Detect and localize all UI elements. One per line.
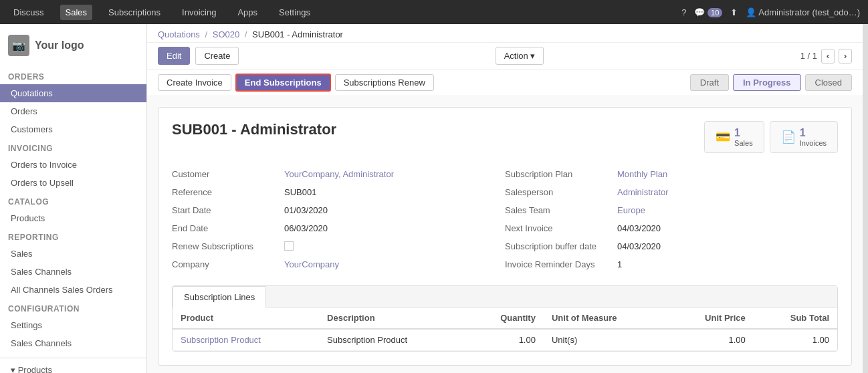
invoices-label: Invoices xyxy=(800,139,827,147)
sidebar-section-invoicing: Invoicing xyxy=(0,138,146,156)
field-customer-value[interactable]: YourCompany, Administrator xyxy=(284,169,394,179)
record-title: SUB001 - Administrator xyxy=(172,121,704,138)
sidebar-item-sales-reporting[interactable]: Sales xyxy=(0,245,146,263)
sidebar-item-orders-to-invoice[interactable]: Orders to Invoice xyxy=(0,156,146,174)
content-area: Quotations / SO020 / SUB001 - Administra… xyxy=(147,24,863,373)
sub-action-bar: Create Invoice End Subscriptions Subscri… xyxy=(147,70,863,96)
field-company-value[interactable]: YourCompany xyxy=(284,259,339,269)
col-uom: Unit of Measure xyxy=(544,307,667,329)
main-content: SUB001 - Administrator 💳 1 Sales 📄 xyxy=(147,96,863,373)
field-end-date-label: End Date xyxy=(172,223,279,233)
status-buttons: Draft In Progress Closed xyxy=(690,74,852,91)
table-header-row: Product Description Quantity Unit of Mea… xyxy=(173,307,837,329)
tab-subscription-lines[interactable]: Subscription Lines xyxy=(173,286,266,307)
tabs-container: Subscription Lines Product Description Q… xyxy=(172,285,838,352)
help-icon[interactable]: ? xyxy=(681,7,686,17)
field-sales-team-value[interactable]: Europe xyxy=(617,205,645,215)
status-draft[interactable]: Draft xyxy=(690,74,729,91)
user-label: Administrator (test_odo…) xyxy=(758,7,860,17)
top-nav-right: ? 💬 10 ⬆ 👤 Administrator (test_odo…) xyxy=(681,7,860,17)
top-navigation: Discuss Sales Subscriptions Invoicing Ap… xyxy=(0,0,868,24)
sidebar-item-sales-channels[interactable]: Sales Channels xyxy=(0,263,146,281)
smart-btn-invoices[interactable]: 📄 1 Invoices xyxy=(770,121,838,153)
messages-icon[interactable]: 💬 10 xyxy=(694,7,722,17)
field-reference-value: SUB001 xyxy=(284,187,316,197)
nav-sales[interactable]: Sales xyxy=(60,5,93,20)
nav-invoicing[interactable]: Invoicing xyxy=(177,5,221,20)
nav-subscriptions[interactable]: Subscriptions xyxy=(103,5,166,20)
field-subscription-plan: Subscription Plan Monthly Plan xyxy=(505,166,838,182)
subscription-lines-table: Product Description Quantity Unit of Mea… xyxy=(173,307,837,351)
renew-checkbox[interactable] xyxy=(284,241,294,251)
table-row: Subscription Product Subscription Produc… xyxy=(173,329,837,351)
sidebar-item-orders[interactable]: Orders xyxy=(0,102,146,120)
field-start-date: Start Date 01/03/2020 xyxy=(172,203,505,218)
sidebar-item-quotations[interactable]: Quotations xyxy=(0,84,146,102)
form-fields: Customer YourCompany, Administrator Refe… xyxy=(172,166,838,272)
smart-btn-sales[interactable]: 💳 1 Sales xyxy=(704,121,764,153)
subscriptions-renew-button[interactable]: Subscriptions Renew xyxy=(335,74,434,91)
form-col-right: Subscription Plan Monthly Plan Salespers… xyxy=(505,166,838,272)
field-buffer-date-label: Subscription buffer date xyxy=(505,241,612,251)
create-invoice-button[interactable]: Create Invoice xyxy=(158,74,231,91)
pagination: 1 / 1 ‹ › xyxy=(800,49,852,64)
scrollbar[interactable] xyxy=(863,24,868,373)
pagination-next[interactable]: › xyxy=(839,49,852,64)
sidebar-item-products-bottom[interactable]: ▾ Products xyxy=(0,361,146,373)
row-sub-total: 1.00 xyxy=(754,329,837,351)
breadcrumb-sep1: / xyxy=(205,29,208,39)
sidebar-item-customers[interactable]: Customers xyxy=(0,120,146,138)
nav-apps[interactable]: Apps xyxy=(232,5,263,20)
field-start-date-label: Start Date xyxy=(172,205,279,215)
status-in-progress[interactable]: In Progress xyxy=(733,74,801,91)
field-buffer-date-value: 04/03/2020 xyxy=(617,241,661,251)
nav-settings[interactable]: Settings xyxy=(274,5,316,20)
status-closed[interactable]: Closed xyxy=(805,74,852,91)
field-invoice-reminder-value: 1 xyxy=(617,259,622,269)
sidebar-item-sales-channels-config[interactable]: Sales Channels xyxy=(0,334,146,352)
col-description: Description xyxy=(319,307,465,329)
field-sales-team: Sales Team Europe xyxy=(505,203,838,218)
field-next-invoice: Next Invoice 04/03/2020 xyxy=(505,221,838,236)
action-button[interactable]: Action xyxy=(496,47,544,65)
row-quantity: 1.00 xyxy=(465,329,544,351)
invoices-icon: 📄 xyxy=(781,130,796,144)
field-next-invoice-value: 04/03/2020 xyxy=(617,223,661,233)
tab-header: Subscription Lines xyxy=(173,286,837,307)
sidebar: 📷 Your logo Orders Quotations Orders Cus… xyxy=(0,24,147,373)
field-reference: Reference SUB001 xyxy=(172,184,505,200)
sidebar-section-reporting: Reporting xyxy=(0,227,146,245)
main-toolbar: Edit Create Action 1 / 1 ‹ › xyxy=(147,43,863,70)
form-col-left: Customer YourCompany, Administrator Refe… xyxy=(172,166,505,272)
field-customer: Customer YourCompany, Administrator xyxy=(172,166,505,182)
logo-icon: 📷 xyxy=(8,35,29,56)
col-quantity: Quantity xyxy=(465,307,544,329)
col-unit-price: Unit Price xyxy=(667,307,754,329)
logo-area[interactable]: 📷 Your logo xyxy=(0,29,146,67)
invoices-count: 1 xyxy=(800,127,827,139)
breadcrumb-so020[interactable]: SO020 xyxy=(213,29,239,39)
record-card: SUB001 - Administrator 💳 1 Sales 📄 xyxy=(158,107,852,366)
sidebar-item-products-catalog[interactable]: Products xyxy=(0,209,146,227)
updates-icon[interactable]: ⬆ xyxy=(730,7,738,17)
end-subscriptions-button[interactable]: End Subscriptions xyxy=(235,74,331,92)
field-company-label: Company xyxy=(172,259,279,269)
field-sub-plan-value[interactable]: Monthly Plan xyxy=(617,169,667,179)
sidebar-item-orders-to-upsell[interactable]: Orders to Upsell xyxy=(0,174,146,192)
sidebar-item-all-channels[interactable]: All Channels Sales Orders xyxy=(0,281,146,299)
edit-button[interactable]: Edit xyxy=(158,47,190,65)
nav-discuss[interactable]: Discuss xyxy=(8,5,49,20)
field-customer-label: Customer xyxy=(172,169,279,179)
sidebar-section-catalog: Catalog xyxy=(0,192,146,209)
user-menu[interactable]: 👤 Administrator (test_odo…) xyxy=(746,7,860,17)
create-button[interactable]: Create xyxy=(195,47,239,65)
sidebar-item-settings[interactable]: Settings xyxy=(0,316,146,334)
pagination-prev[interactable]: ‹ xyxy=(821,49,835,64)
sidebar-section-orders: Orders xyxy=(0,67,146,84)
breadcrumb-quotations[interactable]: Quotations xyxy=(158,29,200,39)
sales-count: 1 xyxy=(734,127,753,139)
row-product[interactable]: Subscription Product xyxy=(173,329,319,351)
col-sub-total: Sub Total xyxy=(754,307,837,329)
field-next-invoice-label: Next Invoice xyxy=(505,223,612,233)
field-salesperson-value[interactable]: Administrator xyxy=(617,187,669,197)
